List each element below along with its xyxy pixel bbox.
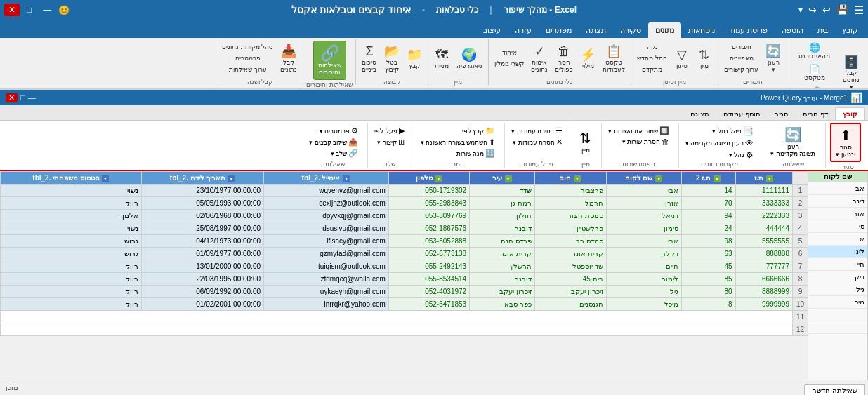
sidebar-row-5[interactable]: א bbox=[808, 233, 867, 246]
col-header-name[interactable]: ▼ שם לקוח bbox=[606, 172, 682, 185]
sidebar-row-10[interactable]: מיכ bbox=[808, 296, 867, 309]
cell-debt-3[interactable]: סמטת חצור bbox=[535, 210, 606, 222]
minimize-btn[interactable]: — bbox=[39, 4, 55, 16]
quick-undo[interactable]: ↩ bbox=[822, 4, 831, 15]
pq-tab-file[interactable]: קובץ bbox=[835, 107, 865, 120]
cell-dob-7[interactable]: 00:00:00 13/01/2000 bbox=[142, 260, 264, 273]
cell-city-5[interactable]: פרדס חנה bbox=[470, 235, 535, 248]
cell-status-4[interactable]: נשוי bbox=[1, 222, 142, 235]
menu-icon[interactable]: ☰ bbox=[854, 4, 864, 17]
text-button[interactable]: 📄 מטקסט bbox=[790, 62, 839, 83]
col-header-status[interactable]: ▼ סטטוס משפחתי .tbl_2 bbox=[1, 172, 142, 185]
connections-button[interactable]: חיבורים bbox=[721, 43, 762, 53]
cell-phone-2[interactable]: 055-2983843 bbox=[388, 197, 469, 210]
cell-debt-1[interactable]: פרצביה bbox=[535, 185, 606, 197]
col-filter-tz[interactable]: ▼ bbox=[766, 175, 773, 182]
cell-email-6[interactable]: gzmytad@gmail.com bbox=[264, 248, 389, 260]
cell-city-6[interactable]: קרית אונו bbox=[470, 248, 535, 260]
pq-shortcut-button[interactable]: ⊞ קיצור ▾ bbox=[372, 137, 407, 147]
sidebar-row-1[interactable]: אב bbox=[808, 182, 867, 195]
col-header-debt[interactable]: ▼ חוב bbox=[535, 172, 606, 185]
cell-tz2-9[interactable]: 80 bbox=[682, 286, 735, 298]
cell-dob-6[interactable]: 00:00:00 01/09/1977 bbox=[142, 248, 264, 260]
cell-tz-3[interactable]: 2222333 bbox=[735, 210, 792, 222]
cell-tz2-5[interactable]: 98 bbox=[682, 235, 735, 248]
pq-header-row-button[interactable]: ⬆ השתמש בשורה ראשונה ▾ bbox=[419, 137, 498, 147]
col-header-tz2[interactable]: ▼ ת.ז 2 bbox=[682, 172, 735, 185]
pq-tab-view[interactable]: תצוגה bbox=[683, 108, 716, 120]
tab-view[interactable]: תצוגה bbox=[579, 22, 613, 38]
tab-review[interactable]: סקירה bbox=[613, 22, 648, 38]
sidebar-row-11[interactable] bbox=[808, 309, 867, 321]
pq-tab-add-column[interactable]: הוסף עמודה bbox=[716, 108, 768, 120]
cell-status-2[interactable]: רווק bbox=[1, 197, 142, 210]
cell-tz-7[interactable]: 777777 bbox=[735, 260, 792, 273]
cell-tz2-3[interactable]: 94 bbox=[682, 210, 735, 222]
pq-choose-cols-button[interactable]: ☰ בחירת עמודות ▾ bbox=[509, 126, 565, 136]
col-filter-tz2[interactable]: ▼ bbox=[714, 175, 721, 182]
cell-tz2-8[interactable]: 85 bbox=[682, 273, 735, 286]
table-row[interactable]: 2 3333333 70 אזרן הרמל רמת גן 055-298384… bbox=[1, 197, 808, 210]
pq-act-by-button[interactable]: ▶ פעל לפי bbox=[372, 126, 407, 136]
cell-tz-2[interactable]: 3333333 bbox=[735, 197, 792, 210]
get-data-2-button[interactable]: 📥 קבלנתונים bbox=[277, 41, 300, 77]
cell-phone-1[interactable]: 050-1719302 bbox=[388, 185, 469, 197]
web-button[interactable]: 🌐 מהאינטרנט bbox=[790, 41, 839, 61]
pq-remove-rows-button[interactable]: 🗑 הסרת שורות ▾ bbox=[606, 137, 671, 147]
sheet-tab-1[interactable]: שאילתה חדשה bbox=[804, 384, 865, 396]
cell-tz-10[interactable]: 9999999 bbox=[735, 298, 792, 311]
cell-phone-10[interactable]: 052-5471853 bbox=[388, 298, 469, 311]
validate-button[interactable]: ✓ אימותנתונים bbox=[528, 41, 551, 77]
cell-status-9[interactable]: רווק bbox=[1, 286, 142, 298]
table-row[interactable]: 6 888888 63 דקלה קרית אונו קרית אונו 052… bbox=[1, 248, 808, 260]
cell-name-4[interactable]: סימון bbox=[606, 222, 682, 235]
group-button[interactable]: 📁 קבץ bbox=[404, 41, 425, 77]
cell-tz2-6[interactable]: 63 bbox=[682, 248, 735, 260]
sort-button[interactable]: ⇅ מיון bbox=[694, 41, 715, 77]
col-header-tz[interactable]: ▼ ת.ז bbox=[735, 172, 792, 185]
cell-name-2[interactable]: אזרן bbox=[606, 197, 682, 210]
sidebar-row-6[interactable]: לינו bbox=[808, 246, 867, 258]
pq-manage-stream-button[interactable]: 📑 ניהל נחל ▾ bbox=[683, 126, 756, 137]
cell-dob-1[interactable]: 00:00:00 23/10/1977 bbox=[142, 185, 264, 197]
maps-button[interactable]: 🗺 מניות bbox=[431, 41, 452, 77]
cell-city-7[interactable]: הרשלץ bbox=[470, 260, 535, 273]
table-row[interactable]: 4 444444 24 סימון פרלשטיין דובנר 052-186… bbox=[1, 222, 808, 235]
edit-queries-button[interactable]: ערוך שאילתות bbox=[219, 65, 276, 75]
tab-page-layout[interactable]: פריסת עמוד bbox=[722, 22, 775, 38]
sidebar-row-3[interactable]: אור bbox=[808, 208, 867, 220]
ungroup-button[interactable]: 📂 בטלקיבוץ bbox=[381, 41, 402, 77]
cell-tz-8[interactable]: 6666666 bbox=[735, 273, 792, 286]
refresh-button[interactable]: 🔄 רענן▾ bbox=[763, 41, 784, 77]
cell-dob-2[interactable]: 00:00:00 05/05/1993 bbox=[142, 197, 264, 210]
table-row[interactable]: 5 5555555 98 אבי סמדס רב פרדס חנה 053-50… bbox=[1, 235, 808, 248]
pq-sort-az-button[interactable]: ⇅ מיין bbox=[577, 128, 594, 155]
fill-button[interactable]: ⚡ מילוי bbox=[577, 41, 598, 77]
cell-debt-5[interactable]: סמדס רב bbox=[535, 235, 606, 248]
geography-button[interactable]: 🌍 גיאוגרפיה bbox=[454, 41, 485, 77]
get-data-button[interactable]: 🗄️ קבלנתונים▾ bbox=[840, 54, 862, 93]
cell-name-1[interactable]: אבי bbox=[606, 185, 682, 197]
cell-dob-8[interactable]: 00:00:00 22/03/1995 bbox=[142, 273, 264, 286]
cell-status-6[interactable]: גרוש bbox=[1, 248, 142, 260]
remove-dups-button[interactable]: 🗑 הסרכפולים bbox=[552, 41, 576, 77]
edit-links-button[interactable]: ערוך קישורים bbox=[721, 65, 762, 75]
table-row[interactable]: 9 8888999 80 גיל זיכרון יעקב זיכרון יעקב… bbox=[1, 286, 808, 298]
cell-status-3[interactable]: אלמן bbox=[1, 210, 142, 222]
tab-help[interactable]: עזרה bbox=[508, 22, 539, 38]
customize-quick[interactable]: ▾ bbox=[798, 5, 803, 15]
tab-file[interactable]: קובץ bbox=[835, 22, 865, 38]
tab-developer[interactable]: מפתחים bbox=[539, 22, 579, 38]
cell-name-5[interactable]: אבי bbox=[606, 235, 682, 248]
col-filter-email[interactable]: ▼ bbox=[343, 175, 350, 182]
relationships-button[interactable]: קשרי גומלין bbox=[492, 60, 527, 69]
tab-data[interactable]: נתונים bbox=[648, 22, 681, 38]
cell-email-7[interactable]: tuiqism@outlook.com bbox=[264, 260, 389, 273]
table-row[interactable]: 8 6666666 85 לימור בית 45 דובנר 055-8534… bbox=[1, 273, 808, 286]
cell-debt-2[interactable]: הרמל bbox=[535, 197, 606, 210]
table-row[interactable]: 7 777777 45 חיים שד יוספטל הרשלץ 055-249… bbox=[1, 260, 808, 273]
cell-city-3[interactable]: חולון bbox=[470, 210, 535, 222]
cell-email-8[interactable]: zfdmqcq@walla.com bbox=[264, 273, 389, 286]
cell-name-10[interactable]: מיכל bbox=[606, 298, 682, 311]
cell-tz-5[interactable]: 5555555 bbox=[735, 235, 792, 248]
